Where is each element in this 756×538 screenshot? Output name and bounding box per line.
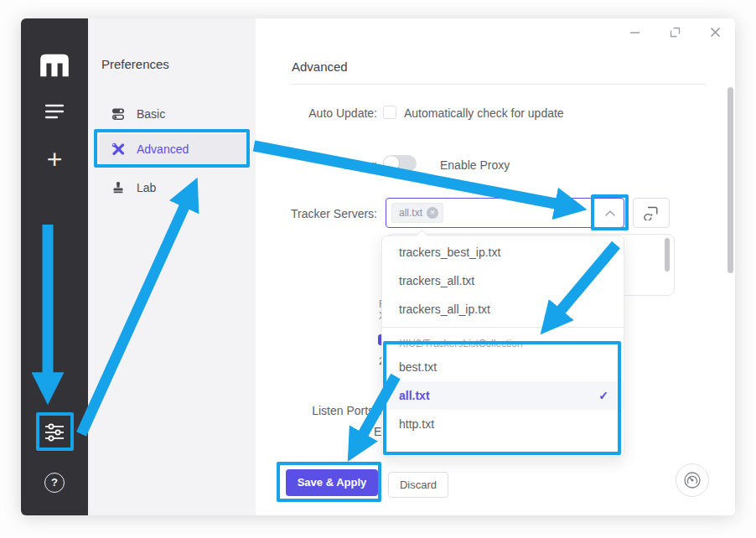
title-divider xyxy=(292,84,706,85)
motrix-logo-icon xyxy=(39,52,70,79)
obscured-text: E xyxy=(374,425,381,438)
toggle-knob xyxy=(384,156,399,171)
tracker-servers-label: Tracker Servers: xyxy=(262,207,377,220)
dropdown-group-label: XIU2/TrackersListCollection xyxy=(382,328,624,353)
help-icon[interactable]: ? xyxy=(44,473,65,493)
dropdown-item-label: all.txt xyxy=(399,389,430,402)
tag-close-icon[interactable]: × xyxy=(427,207,438,219)
dropdown-item[interactable]: trackers_all.txt xyxy=(382,266,624,295)
dropdown-item[interactable]: trackers_all_ip.txt xyxy=(382,295,624,323)
listen-ports-label: Listen Ports: xyxy=(262,404,377,417)
selected-tag-label: all.txt xyxy=(399,207,422,219)
auto-update-checkbox[interactable] xyxy=(383,106,396,119)
check-icon: ✓ xyxy=(598,381,608,410)
app-window: + ? Preferences Basic xyxy=(21,18,735,515)
nav-item-label: Lab xyxy=(137,181,156,194)
tracker-dropdown: trackers_best_ip.txt trackers_all.txt tr… xyxy=(381,235,624,457)
auto-update-checkbox-label: Automatically check for update xyxy=(404,106,564,120)
dropdown-item[interactable]: trackers_best_ip.txt xyxy=(382,238,624,266)
page-title: Advanced xyxy=(292,59,348,74)
tracker-servers-select[interactable]: all.txt × xyxy=(386,198,624,228)
dropdown-item[interactable]: best.txt xyxy=(382,353,624,381)
nav-item-label: Advanced xyxy=(137,142,189,156)
dropdown-item-selected[interactable]: all.txt ✓ xyxy=(382,381,624,410)
toggles-icon xyxy=(111,107,125,121)
sync-trackers-button[interactable] xyxy=(633,198,670,228)
nav-item-label: Basic xyxy=(137,107,165,121)
textarea-scrollbar[interactable] xyxy=(665,238,670,272)
maximize-button[interactable] xyxy=(666,23,683,40)
nav-item-advanced[interactable]: Advanced xyxy=(99,134,247,164)
nav-item-lab[interactable]: Lab xyxy=(99,173,247,203)
save-apply-button[interactable]: Save & Apply xyxy=(286,469,378,496)
proxy-toggle-label: Enable Proxy xyxy=(440,158,510,172)
speed-limit-button[interactable] xyxy=(676,463,709,497)
add-task-button[interactable]: + xyxy=(21,144,88,178)
close-button[interactable] xyxy=(707,23,723,40)
selected-tag: all.txt × xyxy=(391,203,443,223)
proxy-label: Proxy: xyxy=(262,158,377,172)
discard-button[interactable]: Discard xyxy=(388,472,448,498)
nav-item-basic[interactable]: Basic xyxy=(99,99,247,129)
preferences-panel: Preferences Basic Advanced xyxy=(88,18,256,515)
chevron-up-icon[interactable] xyxy=(603,207,617,220)
task-list-icon[interactable] xyxy=(45,104,64,119)
preferences-title: Preferences xyxy=(101,57,169,71)
minimize-button[interactable] xyxy=(626,23,643,40)
stamp-icon xyxy=(111,181,125,194)
auto-update-label: Auto Update: xyxy=(262,106,377,120)
main-scrollbar[interactable] xyxy=(728,87,733,273)
preferences-sliders-icon[interactable] xyxy=(44,422,65,443)
proxy-toggle[interactable] xyxy=(383,155,417,172)
app-sidebar: + ? xyxy=(21,18,88,515)
tools-icon xyxy=(111,142,125,156)
dropdown-item[interactable]: http.txt xyxy=(382,410,624,438)
